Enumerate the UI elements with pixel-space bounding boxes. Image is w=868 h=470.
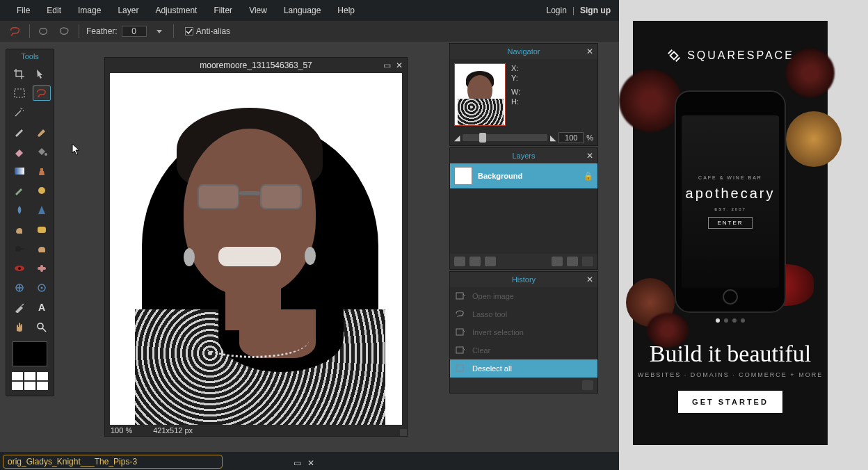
zoom-tool-icon[interactable]: [33, 319, 51, 334]
history-item[interactable]: Lasso tool: [450, 305, 597, 323]
svg-text:A: A: [38, 302, 45, 313]
feather-value[interactable]: 0: [122, 26, 147, 37]
history-item-label: Clear: [472, 346, 490, 355]
pencil-tool-icon[interactable]: [10, 124, 29, 140]
layer-settings-icon[interactable]: [454, 257, 465, 266]
nav-h-label: H:: [511, 97, 520, 106]
zoom-out-icon[interactable]: ◢: [454, 133, 460, 143]
login-link[interactable]: Login: [547, 6, 567, 15]
menu-help[interactable]: Help: [329, 2, 363, 19]
lasso-icon[interactable]: [8, 26, 22, 37]
svg-point-4: [38, 187, 45, 194]
lasso-mode-2-icon[interactable]: [58, 26, 72, 37]
history-item[interactable]: Deselect all: [450, 359, 597, 378]
delete-layer-icon[interactable]: [567, 257, 578, 266]
sponge-tool-icon[interactable]: [33, 222, 51, 237]
minimized-document-title: orig_Gladys_Knight___The_Pips-3: [8, 457, 137, 467]
move-tool-icon[interactable]: [33, 66, 51, 81]
type-tool-icon[interactable]: A: [33, 300, 51, 315]
feather-label: Feather:: [86, 26, 118, 36]
svg-rect-7: [21, 248, 24, 250]
svg-point-2: [45, 153, 47, 156]
burn-tool-icon[interactable]: [33, 241, 51, 257]
lasso-tool-icon[interactable]: [33, 86, 51, 101]
marquee-tool-icon[interactable]: [10, 86, 29, 101]
navigator-thumbnail[interactable]: [454, 63, 506, 126]
history-footer: [450, 378, 597, 393]
history-resize-grip[interactable]: [582, 380, 593, 390]
separator: |: [572, 6, 574, 15]
document-title: mooremoore_1311546363_57: [200, 60, 312, 70]
signup-link[interactable]: Sign up: [580, 6, 611, 15]
new-layer-icon[interactable]: [552, 257, 563, 266]
history-close-icon[interactable]: ✕: [586, 275, 593, 284]
redeye-tool-icon[interactable]: [10, 261, 29, 276]
brush-tool-icon[interactable]: [33, 124, 51, 140]
workspace: Tools: [0, 42, 619, 452]
bloat-tool-icon[interactable]: [10, 280, 29, 295]
spot-heal-tool-icon[interactable]: [33, 261, 51, 276]
bucket-tool-icon[interactable]: [33, 144, 51, 159]
layer-row-background[interactable]: Background 🔒: [450, 163, 597, 188]
swatch-presets[interactable]: [6, 371, 54, 396]
layer-mask-icon[interactable]: [469, 257, 481, 266]
close-icon[interactable]: ✕: [394, 60, 404, 70]
mouse-cursor-icon: [72, 143, 81, 156]
layers-close-icon[interactable]: ✕: [586, 151, 593, 161]
zoom-in-icon[interactable]: ◣: [550, 133, 556, 143]
side-panels: Navigator✕ X: Y: W: H: ◢: [449, 43, 598, 395]
ad-cta-button[interactable]: GET STARTED: [678, 391, 782, 413]
history-item[interactable]: Invert selection: [450, 323, 597, 341]
history-title: History: [512, 275, 536, 284]
resize-grip[interactable]: [400, 429, 407, 436]
foreground-color-swatch[interactable]: [13, 341, 47, 366]
menu-filter[interactable]: Filter: [205, 2, 241, 19]
sharpen-tool-icon[interactable]: [33, 202, 51, 218]
maximize-icon[interactable]: ▭: [382, 60, 392, 70]
minimized-document-tab[interactable]: orig_Gladys_Knight___The_Pips-3: [3, 455, 223, 469]
lock-icon[interactable]: 🔒: [584, 172, 593, 181]
svg-rect-18: [456, 329, 463, 335]
wand-tool-icon[interactable]: [10, 105, 29, 120]
nav-x-label: X:: [511, 63, 520, 73]
gradient-tool-icon[interactable]: [10, 163, 29, 179]
ad-brand: SQUARESPACE: [687, 49, 794, 62]
menu-layer[interactable]: Layer: [109, 2, 147, 19]
smudge-tool-icon[interactable]: [10, 222, 29, 237]
dodge-tool-icon[interactable]: [10, 241, 29, 257]
menu-language[interactable]: Language: [275, 2, 329, 19]
history-item[interactable]: Open image: [450, 287, 597, 305]
eraser-tool-icon[interactable]: [10, 144, 29, 159]
menu-edit[interactable]: Edit: [38, 2, 70, 19]
zoom-slider[interactable]: [463, 134, 547, 141]
history-step-icon: [454, 291, 467, 301]
eyedropper-tool-icon[interactable]: [10, 300, 29, 315]
menu-image[interactable]: Image: [70, 2, 109, 19]
clone-stamp-tool-icon[interactable]: [33, 163, 51, 179]
navigator-close-icon[interactable]: ✕: [586, 47, 593, 56]
menu-file[interactable]: File: [8, 2, 38, 19]
layers-panel: Layers✕ Background 🔒: [449, 147, 598, 270]
crop-tool-icon[interactable]: [10, 66, 29, 81]
document-titlebar[interactable]: mooremoore_1311546363_57 ▭ ✕: [105, 58, 407, 73]
layer-styles-icon[interactable]: [485, 257, 496, 266]
layers-resize-grip[interactable]: [582, 257, 593, 266]
zoom-pct-label: %: [586, 133, 593, 142]
pinch-tool-icon[interactable]: [33, 280, 51, 295]
options-bar: Feather: 0 Anti-alias: [0, 21, 619, 42]
tab-close-icon[interactable]: ✕: [306, 458, 316, 468]
document-window: mooremoore_1311546363_57 ▭ ✕: [104, 57, 408, 437]
menu-view[interactable]: View: [241, 2, 275, 19]
history-item[interactable]: Clear: [450, 341, 597, 359]
canvas[interactable]: [110, 73, 402, 426]
feather-dropdown-icon[interactable]: [156, 30, 162, 33]
blur-tool-icon[interactable]: [10, 202, 29, 218]
draw-tool-icon[interactable]: [33, 183, 51, 198]
hand-tool-icon[interactable]: [10, 319, 29, 334]
color-replace-tool-icon[interactable]: [10, 183, 29, 198]
tab-restore-icon[interactable]: ▭: [292, 458, 302, 468]
lasso-mode-1-icon[interactable]: [37, 26, 51, 37]
zoom-input[interactable]: [558, 132, 584, 143]
menu-adjustment[interactable]: Adjustment: [147, 2, 205, 19]
antialias-checkbox[interactable]: [185, 27, 193, 35]
